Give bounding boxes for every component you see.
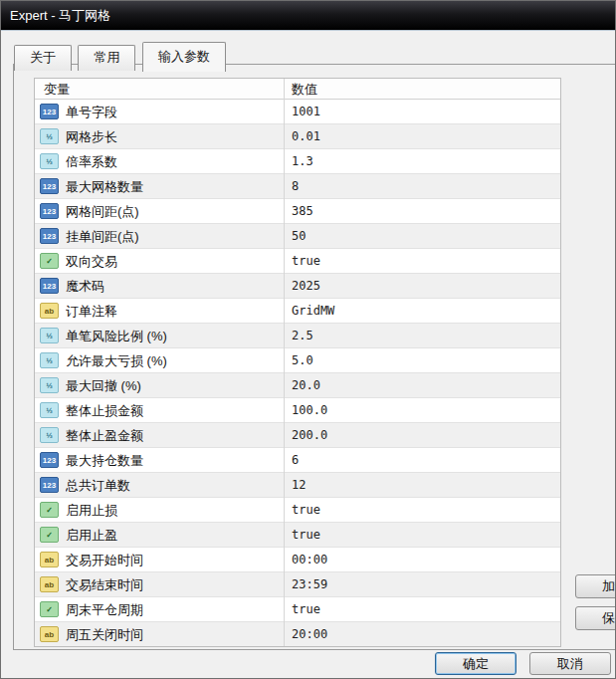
param-value[interactable]: 00:00	[292, 548, 556, 572]
string-type-icon: ab	[40, 626, 59, 642]
param-value[interactable]: 2025	[292, 274, 556, 299]
param-label: 网格步长	[66, 124, 280, 149]
table-row[interactable]: ab 订单注释 GridMW	[35, 299, 560, 324]
param-label: 启用止损	[66, 498, 280, 523]
string-type-icon: ab	[40, 576, 59, 592]
table-row[interactable]: ½ 倍率系数 1.3	[35, 149, 560, 174]
param-label: 周五关闭时间	[66, 622, 280, 647]
double-type-icon: ½	[40, 128, 59, 144]
tab-bar: 关于 常用 输入参数	[14, 41, 228, 64]
param-value[interactable]: true	[292, 249, 556, 274]
param-label: 启用止盈	[66, 523, 280, 548]
bool-type-icon: ✓	[40, 502, 59, 518]
table-row[interactable]: 123 魔术码 2025	[35, 274, 560, 299]
table-row[interactable]: ½ 单笔风险比例 (%) 2.5	[35, 324, 560, 348]
table-row[interactable]: 123 最大持仓数量 6	[35, 448, 560, 473]
param-label: 整体止盈金额	[66, 423, 280, 448]
table-row[interactable]: 123 总共订单数 12	[35, 473, 560, 498]
double-type-icon: ½	[40, 377, 59, 393]
param-table-body: 123 单号字段 1001 ½ 网格步长 0.01 ½ 倍率系数 1.3 123…	[35, 100, 560, 647]
param-value[interactable]: true	[292, 498, 556, 523]
param-label: 总共订单数	[66, 473, 280, 498]
double-type-icon: ½	[40, 352, 59, 368]
param-value[interactable]: 100.0	[292, 398, 556, 423]
param-value[interactable]: 8	[292, 174, 556, 199]
param-label: 挂单间距(点)	[66, 224, 280, 249]
window-title: Expert - 马丁网格	[10, 8, 110, 23]
param-label: 网格间距(点)	[66, 199, 280, 224]
string-type-icon: ab	[40, 552, 59, 567]
param-label: 交易开始时间	[66, 548, 280, 572]
int-type-icon: 123	[40, 104, 59, 119]
int-type-icon: 123	[40, 278, 59, 294]
param-value[interactable]: 1.3	[292, 149, 556, 174]
param-value[interactable]: GridMW	[292, 299, 556, 324]
param-value[interactable]: 0.01	[292, 124, 556, 149]
parameter-table: 变量 数值 123 单号字段 1001 ½ 网格步长 0.01 ½ 倍率系数 1…	[34, 78, 561, 647]
table-header: 变量 数值	[35, 79, 560, 100]
param-value[interactable]: 200.0	[292, 423, 556, 448]
param-label: 单笔风险比例 (%)	[66, 324, 280, 348]
int-type-icon: 123	[40, 178, 59, 194]
table-row[interactable]: ½ 允许最大亏损 (%) 5.0	[35, 348, 560, 373]
table-row[interactable]: ✓ 启用止盈 true	[35, 523, 560, 548]
int-type-icon: 123	[40, 477, 59, 493]
table-row[interactable]: ✓ 启用止损 true	[35, 498, 560, 523]
param-label: 整体止损金额	[66, 398, 280, 423]
expert-settings-dialog: Expert - 马丁网格 关于 常用 输入参数 变量 数值 123 单号字段 …	[0, 0, 616, 679]
table-row[interactable]: ½ 整体止损金额 100.0	[35, 398, 560, 423]
load-button[interactable]: 加载	[575, 574, 616, 598]
save-button[interactable]: 保存	[575, 606, 616, 630]
table-row[interactable]: ½ 整体止盈金额 200.0	[35, 423, 560, 448]
table-row[interactable]: ½ 网格步长 0.01	[35, 124, 560, 149]
param-value[interactable]: true	[292, 523, 556, 548]
table-row[interactable]: 123 最大网格数量 8	[35, 174, 560, 199]
table-row[interactable]: ab 交易开始时间 00:00	[35, 548, 560, 572]
table-row[interactable]: ab 周五关闭时间 20:00	[35, 622, 560, 647]
param-label: 允许最大亏损 (%)	[66, 348, 280, 373]
int-type-icon: 123	[40, 452, 59, 468]
tab-about[interactable]: 关于	[14, 45, 72, 71]
double-type-icon: ½	[40, 427, 59, 443]
param-label: 最大回撤 (%)	[66, 373, 280, 398]
column-header-variable: 变量	[44, 79, 70, 100]
param-value[interactable]: 385	[292, 199, 556, 224]
bool-type-icon: ✓	[40, 527, 59, 543]
param-value[interactable]: 12	[292, 473, 556, 498]
param-value[interactable]: 23:59	[292, 572, 556, 597]
param-value[interactable]: 2.5	[292, 324, 556, 348]
table-row[interactable]: ✓ 周末平仓周期 true	[35, 597, 560, 622]
param-label: 倍率系数	[66, 149, 280, 174]
double-type-icon: ½	[40, 328, 59, 343]
column-header-value: 数值	[292, 79, 317, 100]
param-label: 周末平仓周期	[66, 597, 280, 622]
param-value[interactable]: 20:00	[292, 622, 556, 647]
param-label: 最大网格数量	[66, 174, 280, 199]
tab-common[interactable]: 常用	[78, 45, 135, 71]
bool-type-icon: ✓	[40, 601, 59, 617]
param-label: 双向交易	[66, 249, 280, 274]
double-type-icon: ½	[40, 153, 59, 169]
ok-button[interactable]: 确定	[435, 652, 516, 675]
param-value[interactable]: 6	[292, 448, 556, 473]
table-row[interactable]: 123 单号字段 1001	[35, 100, 560, 124]
string-type-icon: ab	[40, 303, 59, 319]
table-row[interactable]: ✓ 双向交易 true	[35, 249, 560, 274]
param-value[interactable]: 20.0	[292, 373, 556, 398]
table-row[interactable]: ab 交易结束时间 23:59	[35, 572, 560, 597]
table-row[interactable]: 123 网格间距(点) 385	[35, 199, 560, 224]
int-type-icon: 123	[40, 203, 59, 219]
param-value[interactable]: 1001	[292, 100, 556, 124]
param-value[interactable]: 50	[292, 224, 556, 249]
param-label: 最大持仓数量	[66, 448, 280, 473]
table-row[interactable]: ½ 最大回撤 (%) 20.0	[35, 373, 560, 398]
tab-inputs[interactable]: 输入参数	[142, 42, 226, 72]
cancel-button[interactable]: 取消	[529, 652, 611, 675]
param-value[interactable]: true	[292, 597, 556, 622]
column-divider	[284, 79, 285, 646]
titlebar[interactable]: Expert - 马丁网格	[1, 1, 615, 31]
param-value[interactable]: 5.0	[292, 348, 556, 373]
table-row[interactable]: 123 挂单间距(点) 50	[35, 224, 560, 249]
param-label: 订单注释	[66, 299, 280, 324]
bool-type-icon: ✓	[40, 253, 59, 269]
